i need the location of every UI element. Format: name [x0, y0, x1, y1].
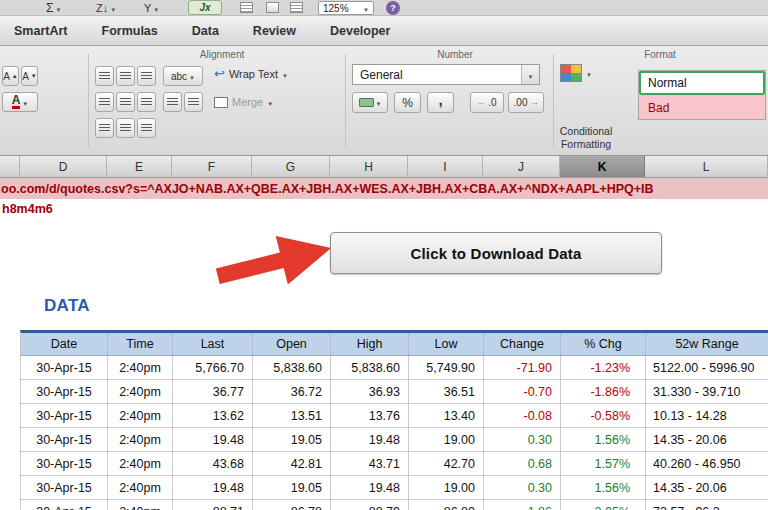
- zoom-control[interactable]: 125%: [318, 1, 374, 15]
- table-cell[interactable]: 30-Apr-15: [21, 476, 108, 499]
- gallery-button[interactable]: [240, 0, 253, 15]
- table-cell[interactable]: 19.48: [173, 476, 253, 499]
- table-cell[interactable]: 2:40pm: [108, 380, 173, 403]
- table-cell[interactable]: -1.86%: [561, 380, 646, 403]
- column-header-F[interactable]: F: [172, 156, 252, 177]
- indent-button[interactable]: [163, 92, 182, 112]
- table-cell[interactable]: 88.79: [331, 500, 409, 510]
- font-color-button[interactable]: A: [2, 92, 38, 112]
- shrink-font-button[interactable]: A▼: [21, 66, 38, 86]
- decrease-decimal-button[interactable]: .0: [470, 92, 504, 113]
- paste-button[interactable]: [290, 0, 303, 15]
- table-cell[interactable]: 19.05: [253, 428, 331, 451]
- column-header-H[interactable]: H: [330, 156, 408, 177]
- table-cell[interactable]: 19.00: [409, 428, 484, 451]
- tab-review[interactable]: Review: [253, 24, 296, 38]
- table-cell[interactable]: 1.56%: [561, 428, 646, 451]
- table-cell[interactable]: 30-Apr-15: [21, 356, 108, 379]
- table-cell[interactable]: 2:40pm: [108, 404, 173, 427]
- table-cell[interactable]: 36.51: [409, 380, 484, 403]
- grow-font-button[interactable]: A▲: [2, 66, 19, 86]
- table-cell[interactable]: 42.70: [409, 452, 484, 475]
- table-header-high[interactable]: High: [331, 333, 409, 355]
- url-formula-cell[interactable]: oo.com/d/quotes.csv?s=^AXJO+NAB.AX+QBE.A…: [0, 178, 768, 199]
- table-cell[interactable]: 36.93: [331, 380, 409, 403]
- tab-developer[interactable]: Developer: [330, 24, 390, 38]
- column-header-K[interactable]: K: [560, 156, 645, 177]
- table-cell[interactable]: 14.35 - 20.06: [646, 428, 768, 451]
- alignment-button[interactable]: [137, 66, 156, 86]
- table-cell[interactable]: 43.71: [331, 452, 409, 475]
- number-format-select[interactable]: General: [352, 64, 540, 85]
- table-cell[interactable]: 40.260 - 46.950: [646, 452, 768, 475]
- table-header-time[interactable]: Time: [108, 333, 173, 355]
- table-header-date[interactable]: Date: [21, 333, 108, 355]
- alignment-button[interactable]: [137, 92, 156, 112]
- indent-button[interactable]: [184, 92, 203, 112]
- table-cell[interactable]: 1.86: [484, 500, 561, 510]
- table-cell[interactable]: 30-Apr-15: [21, 500, 108, 510]
- table-cell[interactable]: 2:40pm: [108, 356, 173, 379]
- alignment-button[interactable]: [95, 118, 114, 138]
- table-cell[interactable]: 19.48: [331, 428, 409, 451]
- table-cell[interactable]: 14.35 - 20.06: [646, 476, 768, 499]
- style-bad[interactable]: Bad: [639, 95, 765, 119]
- table-cell[interactable]: 30-Apr-15: [21, 428, 108, 451]
- table-cell[interactable]: 1.57%: [561, 452, 646, 475]
- table-cell[interactable]: 13.62: [173, 404, 253, 427]
- style-normal[interactable]: Normal: [639, 71, 765, 95]
- help-button[interactable]: ?: [386, 1, 400, 15]
- table-cell[interactable]: -0.08: [484, 404, 561, 427]
- table-cell[interactable]: 19.48: [173, 428, 253, 451]
- table-cell[interactable]: 30-Apr-15: [21, 380, 108, 403]
- table-cell[interactable]: -0.58%: [561, 404, 646, 427]
- column-header-G[interactable]: G: [252, 156, 330, 177]
- table-cell[interactable]: 19.00: [409, 476, 484, 499]
- alignment-button[interactable]: [137, 118, 156, 138]
- tab-formulas[interactable]: Formulas: [102, 24, 158, 38]
- alignment-button[interactable]: [116, 66, 135, 86]
- wrap-text-button[interactable]: ↩ Wrap Text: [214, 68, 288, 80]
- table-cell[interactable]: 2:40pm: [108, 428, 173, 451]
- table-cell[interactable]: 10.13 - 14.28: [646, 404, 768, 427]
- table-cell[interactable]: 88.71: [173, 500, 253, 510]
- table-cell[interactable]: 2:40pm: [108, 500, 173, 510]
- table-cell[interactable]: 5,766.70: [173, 356, 253, 379]
- table-cell[interactable]: 5122.00 - 5996.90: [646, 356, 768, 379]
- column-header-J[interactable]: J: [483, 156, 560, 177]
- column-header-I[interactable]: I: [408, 156, 483, 177]
- table-header-low[interactable]: Low: [409, 333, 484, 355]
- table-cell[interactable]: 2:40pm: [108, 476, 173, 499]
- table-cell[interactable]: 36.72: [253, 380, 331, 403]
- table-cell[interactable]: 5,749.90: [409, 356, 484, 379]
- table-cell[interactable]: 42.81: [253, 452, 331, 475]
- table-cell[interactable]: -71.90: [484, 356, 561, 379]
- table-cell[interactable]: 19.48: [331, 476, 409, 499]
- url-formula-cell-line2[interactable]: h8m4m6: [0, 199, 768, 218]
- table-header-52w-range[interactable]: 52w Range: [646, 333, 768, 355]
- increase-decimal-button[interactable]: .00: [508, 92, 544, 113]
- currency-format-button[interactable]: [352, 92, 388, 113]
- column-header-L[interactable]: L: [645, 156, 768, 177]
- alignment-button[interactable]: [95, 92, 114, 112]
- table-cell[interactable]: 30-Apr-15: [21, 404, 108, 427]
- table-cell[interactable]: 36.77: [173, 380, 253, 403]
- table-cell[interactable]: 13.51: [253, 404, 331, 427]
- merge-button[interactable]: Merge: [214, 96, 273, 108]
- table-cell[interactable]: 31.330 - 39.710: [646, 380, 768, 403]
- abc-orientation-button[interactable]: abc: [163, 66, 203, 86]
- table-cell[interactable]: 43.68: [173, 452, 253, 475]
- percent-format-button[interactable]: %: [394, 92, 421, 113]
- table-cell[interactable]: 19.05: [253, 476, 331, 499]
- table-cell[interactable]: -0.70: [484, 380, 561, 403]
- column-header-stub[interactable]: [0, 156, 20, 177]
- table-cell[interactable]: 73.57 - 96.2: [646, 500, 768, 510]
- table-cell[interactable]: 86.78: [253, 500, 331, 510]
- table-header-change[interactable]: Change: [484, 333, 561, 355]
- data-section-title[interactable]: DATA: [44, 296, 90, 316]
- table-cell[interactable]: 2.05%: [561, 500, 646, 510]
- table-header-open[interactable]: Open: [253, 333, 331, 355]
- table-header-last[interactable]: Last: [173, 333, 253, 355]
- table-cell[interactable]: 2:40pm: [108, 452, 173, 475]
- alignment-button[interactable]: [95, 66, 114, 86]
